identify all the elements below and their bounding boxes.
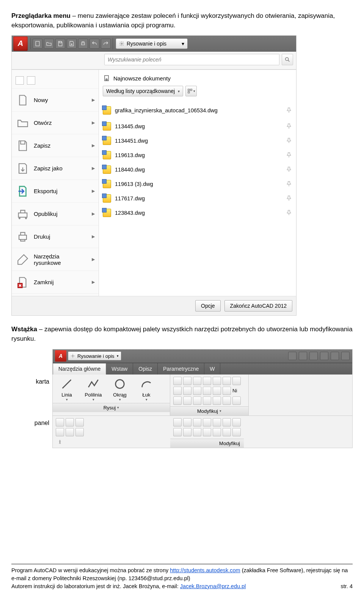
workspace-dropdown[interactable]: Rysowanie i opis ▾ — [116, 38, 188, 49]
open-icon[interactable] — [44, 39, 54, 49]
qat-icon[interactable] — [320, 352, 328, 360]
pin-icon[interactable] — [286, 152, 292, 159]
tool-icon[interactable] — [223, 397, 231, 405]
qat-icon[interactable] — [331, 352, 339, 360]
tool-icon[interactable] — [173, 387, 182, 395]
qat-icon[interactable] — [288, 352, 297, 360]
ribbon-tab[interactable]: Parametryczne — [158, 363, 204, 375]
recent-doc-row[interactable]: 113445.dwg — [103, 119, 292, 134]
menu-item[interactable]: Narzędzia rysunkowe ▶ — [12, 248, 99, 271]
tool-icon[interactable] — [75, 428, 84, 436]
tool-icon[interactable] — [193, 397, 201, 405]
tool-icon[interactable] — [173, 377, 182, 385]
search-input[interactable] — [104, 54, 279, 65]
tool-icon[interactable] — [183, 428, 191, 436]
tool-icon[interactable] — [232, 418, 241, 426]
recent-doc-row[interactable]: 119613.dwg — [103, 148, 292, 162]
recent-small-icon[interactable] — [16, 76, 24, 85]
menu-item[interactable]: Zapisz ▶ — [12, 134, 99, 157]
tool-icon[interactable] — [173, 418, 182, 426]
autocad-logo-icon[interactable]: A — [13, 36, 28, 51]
qat-icon[interactable] — [341, 352, 350, 360]
saveas-icon[interactable] — [67, 39, 77, 49]
options-button[interactable]: Opcje — [195, 300, 221, 312]
tool-icon[interactable] — [213, 418, 221, 426]
workspace-dropdown[interactable]: Rysowanie i opis ▾ — [68, 351, 121, 360]
tool-icon[interactable] — [203, 397, 211, 405]
tool-icon[interactable] — [66, 428, 74, 436]
sort-dropdown[interactable]: Według listy uporządkowanej ▾ — [103, 86, 183, 96]
qat-icon[interactable] — [299, 352, 307, 360]
exit-button[interactable]: Zakończ AutoCAD 2012 — [224, 300, 292, 312]
tool-icon[interactable] — [203, 418, 211, 426]
recent-doc-row[interactable]: 123843.dwg — [103, 206, 292, 220]
undo-icon[interactable] — [89, 39, 99, 49]
tool-icon[interactable] — [223, 428, 231, 436]
tool-icon[interactable] — [213, 377, 221, 385]
pin-icon[interactable] — [56, 438, 64, 446]
tool-icon[interactable] — [203, 377, 211, 385]
menu-item[interactable]: Otwórz ▶ — [12, 112, 99, 134]
menu-item[interactable]: Zamknij ▶ — [12, 271, 99, 294]
tool-icon[interactable] — [173, 397, 182, 405]
tool-icon[interactable] — [232, 428, 241, 436]
tool-icon[interactable] — [173, 428, 182, 436]
pin-icon[interactable] — [286, 209, 292, 216]
draw-tool[interactable]: Łuk ▾ — [135, 377, 157, 401]
tool-icon[interactable] — [183, 397, 191, 405]
tool-icon[interactable] — [223, 377, 231, 385]
tool-icon[interactable] — [193, 428, 201, 436]
pin-icon[interactable] — [286, 195, 292, 202]
panel-title-modify[interactable]: Modyfikuj▾ — [170, 406, 248, 415]
tool-icon[interactable] — [75, 418, 84, 426]
recent-doc-row[interactable]: 117617.dwg — [103, 191, 292, 206]
menu-item[interactable]: Drukuj ▶ — [12, 225, 99, 248]
recent-doc-row[interactable]: 118440.dwg — [103, 162, 292, 177]
tool-icon[interactable] — [232, 377, 241, 385]
qat-icon[interactable] — [309, 352, 318, 360]
new-icon[interactable] — [33, 39, 42, 49]
panel-title-draw[interactable]: Rysuj▾ — [53, 403, 170, 412]
recent-doc-row[interactable]: grafika_inzynierska_autocad_106534.dwg — [103, 102, 292, 119]
search-button[interactable] — [282, 54, 293, 65]
tool-icon[interactable] — [193, 377, 201, 385]
menu-item[interactable]: Zapisz jako ▶ — [12, 157, 99, 180]
ribbon-tab[interactable]: W — [204, 363, 220, 375]
menu-item[interactable]: Opublikuj ▶ — [12, 203, 99, 225]
tool-icon[interactable] — [56, 418, 64, 426]
open-small-icon[interactable] — [27, 76, 35, 85]
tool-icon[interactable] — [193, 387, 201, 395]
recent-doc-row[interactable]: 119613 (3).dwg — [103, 177, 292, 191]
tool-icon[interactable] — [223, 418, 231, 426]
tool-icon[interactable] — [183, 387, 191, 395]
link-students[interactable]: http://students.autodesk.com — [170, 567, 240, 573]
pin-icon[interactable] — [286, 137, 292, 144]
redo-icon[interactable] — [101, 39, 111, 49]
pin-icon[interactable] — [286, 181, 292, 187]
tool-icon[interactable] — [66, 418, 74, 426]
draw-tool[interactable]: Linia ▾ — [56, 377, 78, 401]
tool-icon[interactable] — [193, 418, 201, 426]
ribbon-tab[interactable]: Narzędzia główne — [53, 363, 106, 375]
menu-item[interactable]: Eksportuj ▶ — [12, 180, 99, 203]
draw-tool[interactable]: Polilinia ▾ — [82, 377, 104, 401]
save-icon[interactable] — [55, 39, 65, 49]
print-icon[interactable] — [78, 39, 88, 49]
autocad-logo-icon[interactable]: A — [55, 350, 66, 362]
tool-icon[interactable] — [56, 428, 64, 436]
ribbon-tab[interactable]: Wstaw — [106, 363, 133, 375]
ribbon-tab[interactable]: Opisz — [133, 363, 158, 375]
tool-icon[interactable] — [223, 387, 231, 395]
tool-icon[interactable] — [232, 397, 241, 405]
pin-icon[interactable] — [286, 107, 292, 114]
link-email[interactable]: Jacek.Brozyna@prz.edu.pl — [180, 583, 246, 589]
menu-item[interactable]: Nowy ▶ — [12, 89, 99, 112]
recent-doc-row[interactable]: 1134451.dwg — [103, 134, 292, 148]
view-toggle[interactable]: ▾ — [185, 86, 197, 96]
tool-icon[interactable] — [213, 428, 221, 436]
tool-icon[interactable] — [213, 387, 221, 395]
panel-title-modify2[interactable]: Modyfikuj — [170, 439, 244, 448]
pin-icon[interactable] — [286, 123, 292, 130]
tool-icon[interactable] — [213, 397, 221, 405]
pin-icon[interactable] — [286, 166, 292, 173]
